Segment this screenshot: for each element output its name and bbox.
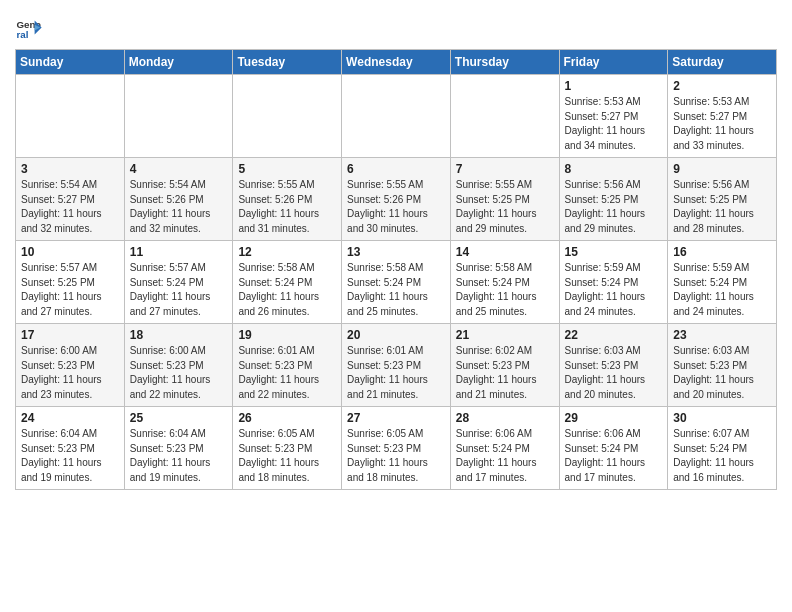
day-number: 14 [456,245,554,259]
day-number: 16 [673,245,771,259]
svg-text:ral: ral [16,29,28,40]
day-number: 1 [565,79,663,93]
day-header-thursday: Thursday [450,50,559,75]
week-row-3: 10Sunrise: 5:57 AM Sunset: 5:25 PM Dayli… [16,241,777,324]
calendar-cell [124,75,233,158]
day-number: 2 [673,79,771,93]
calendar-cell: 4Sunrise: 5:54 AM Sunset: 5:26 PM Daylig… [124,158,233,241]
week-row-4: 17Sunrise: 6:00 AM Sunset: 5:23 PM Dayli… [16,324,777,407]
day-info: Sunrise: 5:58 AM Sunset: 5:24 PM Dayligh… [456,261,554,319]
day-number: 28 [456,411,554,425]
calendar-cell: 13Sunrise: 5:58 AM Sunset: 5:24 PM Dayli… [342,241,451,324]
day-info: Sunrise: 6:05 AM Sunset: 5:23 PM Dayligh… [347,427,445,485]
day-number: 6 [347,162,445,176]
day-number: 4 [130,162,228,176]
calendar-cell: 28Sunrise: 6:06 AM Sunset: 5:24 PM Dayli… [450,407,559,490]
day-header-friday: Friday [559,50,668,75]
day-number: 20 [347,328,445,342]
day-info: Sunrise: 6:02 AM Sunset: 5:23 PM Dayligh… [456,344,554,402]
day-header-saturday: Saturday [668,50,777,75]
day-info: Sunrise: 5:55 AM Sunset: 5:25 PM Dayligh… [456,178,554,236]
calendar-cell: 15Sunrise: 5:59 AM Sunset: 5:24 PM Dayli… [559,241,668,324]
day-info: Sunrise: 6:04 AM Sunset: 5:23 PM Dayligh… [130,427,228,485]
day-info: Sunrise: 5:54 AM Sunset: 5:26 PM Dayligh… [130,178,228,236]
day-number: 13 [347,245,445,259]
day-number: 9 [673,162,771,176]
calendar-cell: 6Sunrise: 5:55 AM Sunset: 5:26 PM Daylig… [342,158,451,241]
day-number: 29 [565,411,663,425]
calendar-table: SundayMondayTuesdayWednesdayThursdayFrid… [15,49,777,490]
calendar-cell: 21Sunrise: 6:02 AM Sunset: 5:23 PM Dayli… [450,324,559,407]
day-number: 10 [21,245,119,259]
day-number: 24 [21,411,119,425]
calendar-cell: 3Sunrise: 5:54 AM Sunset: 5:27 PM Daylig… [16,158,125,241]
day-info: Sunrise: 5:54 AM Sunset: 5:27 PM Dayligh… [21,178,119,236]
calendar-cell: 24Sunrise: 6:04 AM Sunset: 5:23 PM Dayli… [16,407,125,490]
day-header-sunday: Sunday [16,50,125,75]
calendar-cell: 17Sunrise: 6:00 AM Sunset: 5:23 PM Dayli… [16,324,125,407]
day-info: Sunrise: 5:57 AM Sunset: 5:25 PM Dayligh… [21,261,119,319]
week-row-1: 1Sunrise: 5:53 AM Sunset: 5:27 PM Daylig… [16,75,777,158]
page: Gene ral SundayMondayTuesdayWednesdayThu… [0,0,792,500]
day-info: Sunrise: 6:00 AM Sunset: 5:23 PM Dayligh… [21,344,119,402]
day-number: 15 [565,245,663,259]
calendar-cell: 5Sunrise: 5:55 AM Sunset: 5:26 PM Daylig… [233,158,342,241]
day-info: Sunrise: 6:01 AM Sunset: 5:23 PM Dayligh… [347,344,445,402]
day-info: Sunrise: 5:53 AM Sunset: 5:27 PM Dayligh… [565,95,663,153]
calendar-cell [16,75,125,158]
day-number: 3 [21,162,119,176]
calendar-cell: 8Sunrise: 5:56 AM Sunset: 5:25 PM Daylig… [559,158,668,241]
calendar-header-row: SundayMondayTuesdayWednesdayThursdayFrid… [16,50,777,75]
calendar-cell: 30Sunrise: 6:07 AM Sunset: 5:24 PM Dayli… [668,407,777,490]
calendar-cell: 11Sunrise: 5:57 AM Sunset: 5:24 PM Dayli… [124,241,233,324]
day-info: Sunrise: 5:55 AM Sunset: 5:26 PM Dayligh… [238,178,336,236]
day-number: 19 [238,328,336,342]
day-info: Sunrise: 6:03 AM Sunset: 5:23 PM Dayligh… [565,344,663,402]
calendar-cell: 22Sunrise: 6:03 AM Sunset: 5:23 PM Dayli… [559,324,668,407]
calendar-cell: 25Sunrise: 6:04 AM Sunset: 5:23 PM Dayli… [124,407,233,490]
calendar-cell: 20Sunrise: 6:01 AM Sunset: 5:23 PM Dayli… [342,324,451,407]
day-number: 17 [21,328,119,342]
calendar-cell: 26Sunrise: 6:05 AM Sunset: 5:23 PM Dayli… [233,407,342,490]
calendar-cell: 12Sunrise: 5:58 AM Sunset: 5:24 PM Dayli… [233,241,342,324]
day-number: 8 [565,162,663,176]
calendar-cell: 18Sunrise: 6:00 AM Sunset: 5:23 PM Dayli… [124,324,233,407]
day-number: 26 [238,411,336,425]
calendar-cell: 16Sunrise: 5:59 AM Sunset: 5:24 PM Dayli… [668,241,777,324]
day-info: Sunrise: 6:00 AM Sunset: 5:23 PM Dayligh… [130,344,228,402]
day-header-wednesday: Wednesday [342,50,451,75]
calendar-cell: 14Sunrise: 5:58 AM Sunset: 5:24 PM Dayli… [450,241,559,324]
calendar-cell: 10Sunrise: 5:57 AM Sunset: 5:25 PM Dayli… [16,241,125,324]
day-info: Sunrise: 5:58 AM Sunset: 5:24 PM Dayligh… [238,261,336,319]
day-number: 7 [456,162,554,176]
day-info: Sunrise: 5:57 AM Sunset: 5:24 PM Dayligh… [130,261,228,319]
calendar-cell: 7Sunrise: 5:55 AM Sunset: 5:25 PM Daylig… [450,158,559,241]
day-info: Sunrise: 6:03 AM Sunset: 5:23 PM Dayligh… [673,344,771,402]
day-number: 30 [673,411,771,425]
day-header-tuesday: Tuesday [233,50,342,75]
calendar-cell: 9Sunrise: 5:56 AM Sunset: 5:25 PM Daylig… [668,158,777,241]
day-info: Sunrise: 6:07 AM Sunset: 5:24 PM Dayligh… [673,427,771,485]
header: Gene ral [15,10,777,43]
day-number: 23 [673,328,771,342]
logo-icon: Gene ral [15,15,43,43]
day-number: 25 [130,411,228,425]
day-info: Sunrise: 6:01 AM Sunset: 5:23 PM Dayligh… [238,344,336,402]
day-header-monday: Monday [124,50,233,75]
day-number: 27 [347,411,445,425]
calendar-cell: 29Sunrise: 6:06 AM Sunset: 5:24 PM Dayli… [559,407,668,490]
day-info: Sunrise: 5:59 AM Sunset: 5:24 PM Dayligh… [565,261,663,319]
calendar-cell: 23Sunrise: 6:03 AM Sunset: 5:23 PM Dayli… [668,324,777,407]
day-info: Sunrise: 5:58 AM Sunset: 5:24 PM Dayligh… [347,261,445,319]
logo: Gene ral [15,15,47,43]
day-info: Sunrise: 6:05 AM Sunset: 5:23 PM Dayligh… [238,427,336,485]
day-number: 22 [565,328,663,342]
day-info: Sunrise: 5:53 AM Sunset: 5:27 PM Dayligh… [673,95,771,153]
day-info: Sunrise: 5:55 AM Sunset: 5:26 PM Dayligh… [347,178,445,236]
calendar-cell: 1Sunrise: 5:53 AM Sunset: 5:27 PM Daylig… [559,75,668,158]
calendar-cell: 2Sunrise: 5:53 AM Sunset: 5:27 PM Daylig… [668,75,777,158]
day-number: 18 [130,328,228,342]
calendar-cell [233,75,342,158]
week-row-5: 24Sunrise: 6:04 AM Sunset: 5:23 PM Dayli… [16,407,777,490]
day-info: Sunrise: 5:56 AM Sunset: 5:25 PM Dayligh… [565,178,663,236]
